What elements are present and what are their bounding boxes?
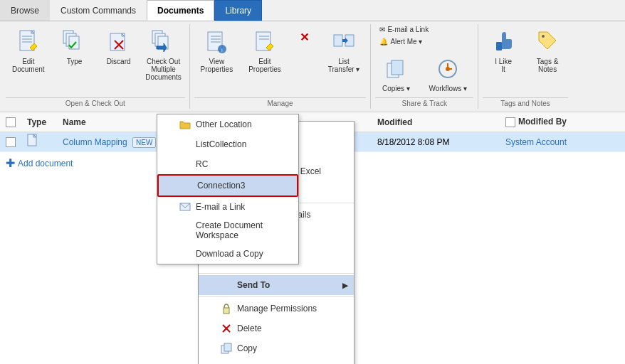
cm-send-to[interactable]: Send To (199, 275, 354, 295)
permissions-icon (220, 302, 233, 315)
sm-connection3[interactable]: Connection3 (157, 174, 298, 197)
row-modified: 8/18/2012 8:08 PM (377, 137, 505, 147)
system-account-link[interactable]: System Account (505, 137, 567, 147)
group-tags-notes-label: Tags and Notes (483, 97, 568, 109)
ribbon-tab-bar: Browse Custom Commands Documents Library (0, 0, 625, 21)
cm-copy-label: Copy (237, 343, 257, 353)
thumbs-up-icon (489, 28, 518, 56)
edit-document-label: EditDocument (12, 58, 45, 73)
sm-email-link[interactable]: E-mail a Link (157, 197, 298, 217)
sm-download-copy[interactable]: Download a Copy (157, 244, 298, 264)
tags-notes-label: Tags &Notes (537, 58, 559, 73)
ribbon-content: EditDocument Type (0, 21, 625, 112)
list-transfer-button[interactable]: ListTransfer ▾ (322, 24, 367, 77)
bell-icon: 🔔 (379, 38, 388, 46)
list-transfer-label: ListTransfer ▾ (328, 58, 360, 73)
cm-copy[interactable]: Copy (199, 338, 354, 358)
edit-document-button[interactable]: EditDocument (6, 24, 51, 77)
tab-library[interactable]: Library (214, 0, 262, 21)
group-share-track: ✉ E-mail a Link 🔔 Alert Me ▾ (371, 24, 478, 109)
discard-icon (105, 28, 133, 56)
connection3-icon (180, 179, 193, 192)
edit-document-icon (14, 28, 43, 56)
sm-other-location[interactable]: Other Location (157, 114, 298, 134)
sm-download-copy-label: Download a Copy (196, 249, 263, 259)
svg-rect-42 (224, 308, 229, 314)
sm-connection3-label: Connection3 (197, 181, 245, 191)
copies-label: Copies ▾ (382, 85, 410, 92)
alert-me-button[interactable]: 🔔 Alert Me ▾ (375, 36, 426, 47)
view-properties-button[interactable]: i ViewProperties (194, 24, 240, 77)
new-badge: NEW (132, 137, 156, 148)
send-to-icon (220, 279, 233, 291)
group-share-track-label: Share & Track (375, 97, 473, 109)
header-modified: Modified (377, 117, 505, 127)
row-checkbox[interactable] (6, 136, 27, 147)
group-open-checkout-label: Open & Check Out (6, 97, 185, 109)
header-check (6, 117, 27, 127)
close-icon: ✕ (300, 31, 309, 44)
group-tags-notes-items: I LikeIt Tags &Notes (483, 24, 568, 96)
sm-other-location-label: Other Location (196, 119, 252, 129)
svg-text:i: i (221, 47, 223, 53)
divider2 (199, 273, 354, 274)
tag-icon (533, 28, 562, 56)
discard-button[interactable]: Discard (98, 24, 140, 69)
sm-rc[interactable]: RC (157, 154, 298, 174)
check-in-multiple-label: Type (67, 58, 83, 65)
i-like-it-button[interactable]: I LikeIt (483, 24, 524, 77)
workflows-icon (434, 55, 462, 83)
cm-manage-permissions[interactable]: Manage Permissions (199, 299, 354, 318)
workflows-label: Workflows ▾ (429, 85, 467, 92)
checkout-multiple-button[interactable]: Check Out MultipleDocuments (142, 24, 185, 85)
cm-move[interactable]: Move (199, 358, 354, 364)
svg-rect-31 (496, 42, 502, 50)
folder-icon (179, 118, 191, 131)
workflows-button[interactable]: Workflows ▾ (422, 51, 473, 96)
cm-send-to-label: Send To (237, 280, 270, 290)
svg-point-32 (542, 35, 545, 38)
email-icon: ✉ (379, 26, 385, 33)
group-tags-notes: I LikeIt Tags &Notes Tags and Notes (478, 24, 572, 109)
svg-rect-28 (392, 60, 403, 75)
sm-create-workspace-label: Create Document Workspace (196, 220, 284, 240)
download-icon (179, 247, 191, 260)
group-open-checkout-items: EditDocument Type (6, 24, 185, 96)
cm-manage-permissions-label: Manage Permissions (237, 304, 317, 314)
tab-documents[interactable]: Documents (147, 0, 214, 21)
edit-properties-icon (251, 28, 279, 56)
tags-notes-button[interactable]: Tags &Notes (527, 24, 568, 77)
sm-rc-label: RC (196, 159, 208, 169)
sm-list-collection[interactable]: ListCollection (157, 134, 298, 154)
cm-delete[interactable]: Delete (199, 318, 354, 338)
view-properties-label: ViewProperties (201, 58, 233, 73)
edit-properties-button[interactable]: EditProperties (242, 24, 288, 77)
add-icon: ✚ (6, 156, 15, 170)
copies-button[interactable]: Copies ▾ (375, 51, 416, 96)
tab-browse[interactable]: Browse (0, 0, 50, 21)
group-manage-label: Manage (194, 97, 367, 109)
divider3 (199, 296, 354, 297)
view-properties-icon: i (202, 28, 231, 56)
sm-create-workspace[interactable]: Create Document Workspace (157, 217, 298, 244)
group-manage: i ViewProperties EditProperti (190, 24, 372, 109)
checkout-multiple-label: Check Out MultipleDocuments (145, 58, 182, 81)
close-button[interactable]: ✕ (290, 24, 319, 50)
check-in-multiple-button[interactable]: Type (54, 24, 95, 69)
email-link-label: E-mail a Link (387, 26, 429, 33)
email-link-button[interactable]: ✉ E-mail a Link (375, 24, 433, 35)
column-mapping-link[interactable]: Column Mapping (63, 137, 127, 147)
header-type: Type (27, 117, 63, 127)
copy-cm-icon (220, 342, 233, 355)
copies-workflows-row: Copies ▾ Workflows ▾ (375, 51, 473, 96)
checkout-icon (149, 28, 178, 56)
svg-rect-25 (334, 35, 342, 46)
alert-me-label: Alert Me ▾ (390, 38, 422, 46)
tab-custom-commands[interactable]: Custom Commands (50, 0, 147, 21)
list-transfer-icon (330, 28, 358, 56)
email-sm-icon (179, 200, 191, 213)
group-share-track-items: ✉ E-mail a Link 🔔 Alert Me ▾ (375, 24, 473, 96)
rc-icon (179, 158, 191, 171)
row-type-icon (27, 134, 63, 150)
cm-delete-label: Delete (237, 323, 262, 333)
